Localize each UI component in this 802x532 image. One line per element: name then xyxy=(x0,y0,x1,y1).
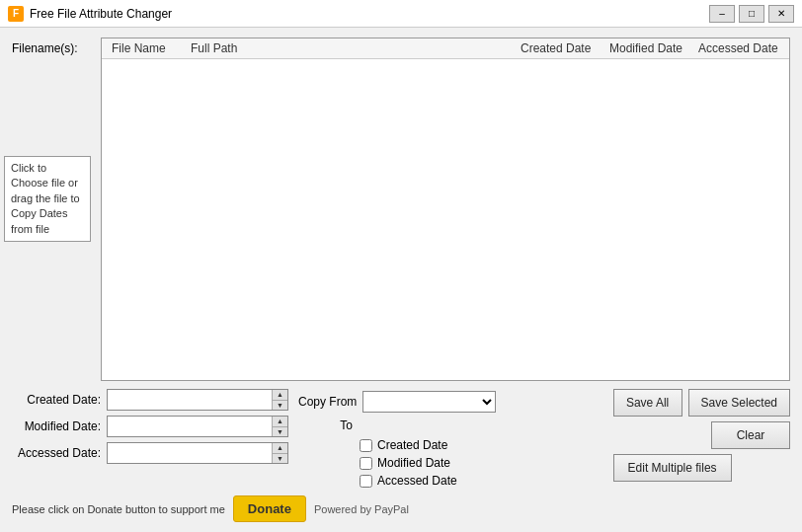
checkbox-modified-row: Modified Date xyxy=(360,456,496,470)
filenames-label: Filename(s): xyxy=(12,41,78,55)
copy-from-section: Copy From To Created Date Modified D xyxy=(298,391,496,488)
edit-button-row: Edit Multiple files xyxy=(613,454,790,482)
col-fullpath-header: Full Path xyxy=(187,41,517,55)
action-buttons: Save All Save Selected Clear Edit Multip… xyxy=(613,389,790,482)
clear-button[interactable]: Clear xyxy=(711,421,790,449)
checkbox-created-label: Created Date xyxy=(377,438,447,452)
col-created-header: Created Date xyxy=(517,41,605,55)
modified-date-row: Modified Date: ▲ ▼ xyxy=(12,416,288,437)
created-date-label: Created Date: xyxy=(12,393,101,407)
col-filename-header: File Name xyxy=(108,41,187,55)
accessed-date-input[interactable] xyxy=(108,443,272,463)
created-date-input-wrap: ▲ ▼ xyxy=(107,389,288,411)
controls-row: Created Date: ▲ ▼ Modified Date: xyxy=(12,389,790,488)
to-row: To xyxy=(298,418,496,432)
title-bar: F Free File Attribute Changer – □ ✕ xyxy=(0,0,802,28)
tooltip-text: Click to Choose file or drag the file to… xyxy=(11,162,80,235)
minimize-button[interactable]: – xyxy=(709,5,735,23)
to-label: To xyxy=(298,418,353,432)
accessed-date-label: Accessed Date: xyxy=(12,446,101,460)
checkbox-created[interactable] xyxy=(360,439,372,452)
modified-date-up[interactable]: ▲ xyxy=(273,417,287,427)
copy-from-row: Copy From xyxy=(298,391,496,413)
created-date-up[interactable]: ▲ xyxy=(273,390,287,401)
created-date-down[interactable]: ▼ xyxy=(273,401,287,411)
file-list-area: File Name Full Path Created Date Modifie… xyxy=(101,38,790,381)
accessed-date-input-wrap: ▲ ▼ xyxy=(107,442,288,464)
checkbox-created-row: Created Date xyxy=(360,438,496,452)
clear-button-row: Clear xyxy=(613,421,790,449)
modified-date-label: Modified Date: xyxy=(12,419,101,433)
accessed-date-up[interactable]: ▲ xyxy=(273,443,287,454)
created-date-input[interactable] xyxy=(108,390,272,410)
copy-from-label: Copy From xyxy=(298,395,357,409)
accessed-date-row: Accessed Date: ▲ ▼ xyxy=(12,442,288,464)
maximize-button[interactable]: □ xyxy=(739,5,764,23)
top-section: Filename(s): Click to Choose file or dra… xyxy=(12,38,790,381)
app-icon: F xyxy=(8,6,24,22)
save-selected-button[interactable]: Save Selected xyxy=(688,389,790,417)
modified-date-spinner: ▲ ▼ xyxy=(272,417,287,436)
checkbox-accessed-label: Accessed Date xyxy=(377,474,457,488)
checkboxes: Created Date Modified Date Accessed Date xyxy=(360,438,496,488)
modified-date-input-wrap: ▲ ▼ xyxy=(107,416,288,437)
title-bar-text: Free File Attribute Changer xyxy=(30,7,709,21)
date-fields: Created Date: ▲ ▼ Modified Date: xyxy=(12,389,288,464)
donate-row: Please click on Donate button to support… xyxy=(12,495,790,522)
copy-from-select[interactable] xyxy=(362,391,496,413)
checkbox-accessed[interactable] xyxy=(360,475,372,488)
modified-date-down[interactable]: ▼ xyxy=(273,427,287,437)
main-window: Filename(s): Click to Choose file or dra… xyxy=(0,28,802,532)
created-date-spinner: ▲ ▼ xyxy=(272,390,287,410)
accessed-date-spinner: ▲ ▼ xyxy=(272,443,287,463)
file-list-header: File Name Full Path Created Date Modifie… xyxy=(102,38,789,59)
edit-multiple-button[interactable]: Edit Multiple files xyxy=(613,454,732,482)
created-date-row: Created Date: ▲ ▼ xyxy=(12,389,288,411)
save-all-button[interactable]: Save All xyxy=(613,389,682,417)
bottom-section: Created Date: ▲ ▼ Modified Date: xyxy=(12,389,790,522)
tooltip-box[interactable]: Click to Choose file or drag the file to… xyxy=(4,156,91,242)
col-modified-header: Modified Date xyxy=(605,41,694,55)
checkbox-modified[interactable] xyxy=(360,457,372,470)
save-buttons-row: Save All Save Selected xyxy=(613,389,790,417)
checkbox-accessed-row: Accessed Date xyxy=(360,474,496,488)
paypal-text: Powered by PayPal xyxy=(314,503,409,515)
donate-button[interactable]: Donate xyxy=(233,495,306,522)
checkbox-modified-label: Modified Date xyxy=(377,456,450,470)
close-button[interactable]: ✕ xyxy=(768,5,794,23)
title-bar-controls: – □ ✕ xyxy=(709,5,794,23)
file-list-body[interactable] xyxy=(102,59,789,380)
donate-text: Please click on Donate button to support… xyxy=(12,503,225,515)
modified-date-input[interactable] xyxy=(108,417,272,436)
accessed-date-down[interactable]: ▼ xyxy=(273,454,287,464)
col-accessed-header: Accessed Date xyxy=(694,41,783,55)
